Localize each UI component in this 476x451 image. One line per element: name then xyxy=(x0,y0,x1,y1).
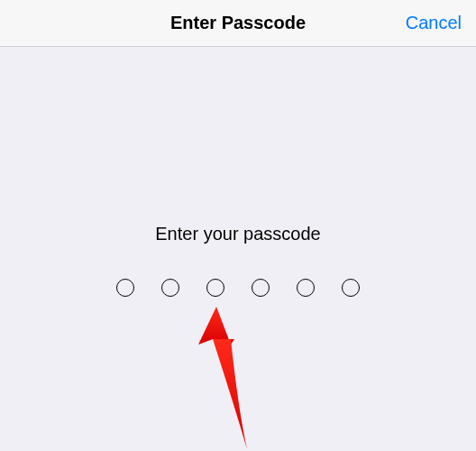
passcode-dot xyxy=(116,279,134,297)
svg-marker-0 xyxy=(198,307,234,345)
passcode-dots xyxy=(116,279,360,297)
passcode-dot xyxy=(297,279,315,297)
passcode-dot xyxy=(206,279,224,297)
passcode-panel: Enter your passcode xyxy=(0,47,476,297)
nav-bar: Enter Passcode Cancel xyxy=(0,0,476,47)
passcode-dot xyxy=(252,279,270,297)
passcode-dot xyxy=(161,279,179,297)
annotation-arrow-icon xyxy=(198,307,270,451)
passcode-dot xyxy=(342,279,360,297)
passcode-prompt: Enter your passcode xyxy=(155,224,320,244)
page-title: Enter Passcode xyxy=(170,13,306,33)
cancel-button[interactable]: Cancel xyxy=(406,13,462,33)
